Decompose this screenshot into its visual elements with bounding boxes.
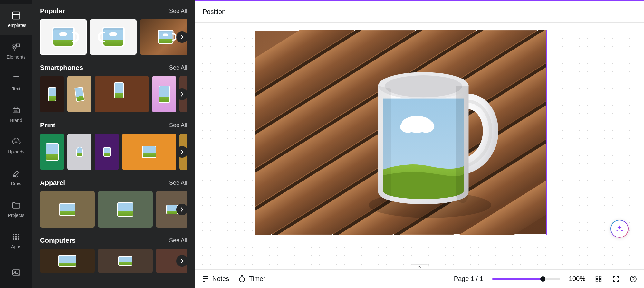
- rail-projects[interactable]: Projects: [0, 194, 32, 225]
- svg-rect-11: [15, 236, 17, 238]
- chevron-right-icon: [180, 207, 184, 212]
- template-thumb[interactable]: [98, 191, 153, 228]
- rail-apps[interactable]: Apps: [0, 225, 32, 256]
- see-all-link[interactable]: See All: [169, 180, 187, 186]
- chevron-right-icon: [180, 35, 184, 39]
- svg-rect-43: [596, 276, 598, 278]
- template-thumb[interactable]: [40, 19, 87, 55]
- position-button[interactable]: Position: [203, 8, 226, 15]
- fullscreen-button[interactable]: [612, 275, 620, 283]
- template-thumb[interactable]: [40, 249, 95, 273]
- template-thumb[interactable]: [67, 134, 91, 170]
- photo-icon: [11, 268, 21, 277]
- nav-rail: Templates Elements Text CO. Brand Upload…: [0, 0, 32, 288]
- computers-thumbs: [40, 249, 187, 273]
- rail-templates[interactable]: Templates: [0, 4, 32, 35]
- chevron-right-icon: [180, 150, 184, 154]
- rail-uploads[interactable]: Uploads: [0, 130, 32, 161]
- template-thumb[interactable]: [67, 76, 91, 112]
- svg-rect-7: [13, 234, 14, 235]
- artboard[interactable]: [255, 30, 546, 235]
- carousel-next-button[interactable]: [176, 204, 187, 215]
- section-title: Apparel: [40, 179, 65, 187]
- mug-mockup-image: [255, 30, 546, 235]
- help-button[interactable]: [629, 275, 638, 283]
- see-all-link[interactable]: See All: [169, 122, 187, 129]
- grid-icon: [595, 275, 602, 283]
- svg-point-3: [13, 44, 15, 47]
- chevron-right-icon: [180, 92, 184, 97]
- page-indicator[interactable]: Page 1 / 1: [454, 275, 483, 283]
- editor-topbar: Position: [195, 0, 644, 23]
- rail-photos[interactable]: [0, 257, 32, 288]
- rail-text[interactable]: Text: [0, 67, 32, 98]
- timer-label: Timer: [249, 275, 265, 283]
- zoom-slider-fill: [492, 278, 543, 280]
- svg-rect-10: [13, 236, 14, 238]
- template-thumb[interactable]: [40, 134, 64, 170]
- smartphones-thumbs: [40, 76, 187, 112]
- sparkle-icon: [615, 225, 624, 233]
- svg-rect-14: [15, 238, 17, 240]
- template-thumb[interactable]: [40, 191, 95, 228]
- section-header-apparel: Apparel See All: [40, 179, 187, 187]
- svg-rect-9: [18, 234, 19, 235]
- section-header-computers: Computers See All: [40, 237, 187, 244]
- brand-icon: CO.: [11, 106, 21, 115]
- chevron-right-icon: [180, 259, 184, 263]
- template-thumb[interactable]: [152, 76, 176, 112]
- carousel-next-button[interactable]: [176, 146, 187, 158]
- svg-rect-15: [18, 238, 19, 240]
- zoom-slider-thumb[interactable]: [540, 276, 545, 282]
- popular-thumbs: [40, 19, 187, 55]
- rail-brand[interactable]: CO. Brand: [0, 99, 32, 130]
- template-thumb[interactable]: [95, 76, 149, 112]
- see-all-link[interactable]: See All: [169, 64, 187, 71]
- rail-elements[interactable]: Elements: [0, 35, 32, 66]
- carousel-next-button[interactable]: [176, 31, 187, 43]
- zoom-value[interactable]: 100%: [569, 275, 585, 283]
- svg-rect-46: [599, 279, 601, 281]
- page-tray-toggle[interactable]: [410, 264, 429, 269]
- rail-draw[interactable]: Draw: [0, 162, 32, 193]
- fullscreen-icon: [612, 275, 620, 283]
- section-header-popular: Popular See All: [40, 7, 187, 15]
- uploads-icon: [11, 137, 21, 147]
- apps-icon: [11, 232, 21, 242]
- svg-rect-44: [599, 276, 601, 278]
- see-all-link[interactable]: See All: [169, 8, 187, 14]
- section-header-smartphones: Smartphones See All: [40, 64, 187, 71]
- template-thumb[interactable]: [98, 249, 153, 273]
- apparel-thumbs: [40, 191, 187, 228]
- svg-rect-12: [18, 236, 19, 238]
- template-thumb[interactable]: [90, 19, 137, 55]
- template-thumb[interactable]: [95, 134, 119, 170]
- svg-rect-4: [16, 44, 19, 47]
- grid-view-button[interactable]: [594, 275, 603, 283]
- see-all-link[interactable]: See All: [169, 237, 187, 244]
- text-icon: [11, 74, 21, 84]
- draw-icon: [11, 169, 21, 179]
- template-thumb[interactable]: [40, 76, 64, 112]
- notes-button[interactable]: Notes: [201, 275, 229, 283]
- canvas-stage[interactable]: [195, 23, 644, 269]
- template-thumb[interactable]: [122, 134, 176, 170]
- carousel-next-button[interactable]: [176, 255, 187, 267]
- section-title: Computers: [40, 237, 76, 244]
- magic-assist-button[interactable]: [610, 220, 629, 238]
- carousel-next-button[interactable]: [176, 88, 187, 100]
- rail-label: Text: [12, 86, 20, 91]
- bottom-bar: Notes Timer Page 1 / 1 100%: [195, 269, 644, 288]
- timer-button[interactable]: Timer: [238, 275, 265, 283]
- rail-label: Apps: [11, 244, 21, 249]
- svg-rect-45: [596, 279, 598, 281]
- rail-label: Projects: [8, 213, 24, 218]
- rail-label: Brand: [10, 118, 22, 123]
- templates-icon: [11, 11, 21, 20]
- templates-panel: Popular See All Smartphones See All Prin…: [32, 0, 195, 288]
- elements-icon: [11, 42, 21, 52]
- chevron-up-icon: [417, 266, 422, 268]
- print-thumbs: [40, 134, 187, 170]
- rail-label: Uploads: [8, 149, 24, 154]
- zoom-slider[interactable]: [492, 278, 560, 280]
